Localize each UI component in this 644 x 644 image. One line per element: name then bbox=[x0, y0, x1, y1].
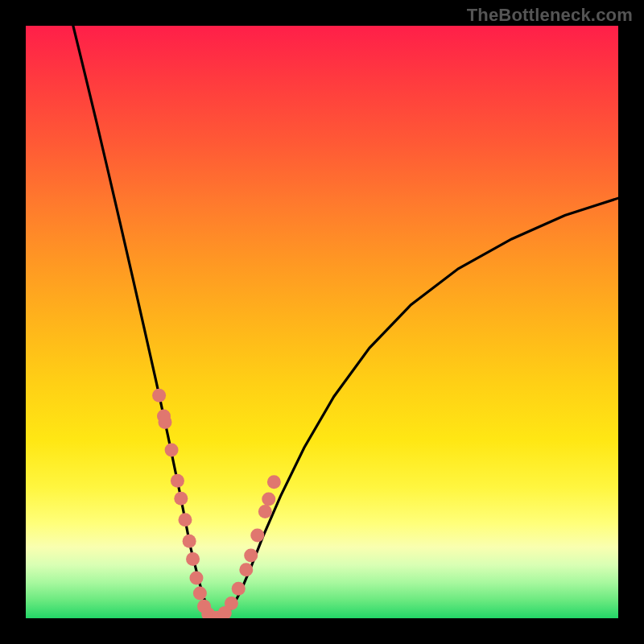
watermark-text: TheBottleneck.com bbox=[467, 5, 633, 26]
marker-dot bbox=[239, 563, 253, 576]
marker-dot bbox=[158, 415, 171, 429]
chart-frame: TheBottleneck.com bbox=[0, 0, 644, 644]
marker-dots bbox=[152, 389, 281, 618]
marker-dot bbox=[225, 597, 238, 610]
marker-dot bbox=[267, 475, 281, 489]
plot-area bbox=[26, 26, 618, 618]
marker-dot bbox=[189, 571, 203, 584]
marker-dot bbox=[165, 443, 179, 456]
marker-dot bbox=[250, 528, 264, 542]
marker-dot bbox=[193, 587, 207, 601]
marker-dot bbox=[244, 548, 258, 562]
marker-dot bbox=[171, 474, 184, 488]
curve-layer bbox=[26, 26, 618, 618]
marker-dot bbox=[258, 505, 272, 518]
marker-dot bbox=[174, 492, 188, 506]
marker-dot bbox=[262, 493, 275, 506]
marker-dot bbox=[232, 582, 246, 596]
marker-dot bbox=[152, 389, 166, 402]
marker-dot bbox=[183, 535, 196, 548]
marker-dot bbox=[178, 513, 192, 526]
bottleneck-curve bbox=[73, 26, 618, 618]
marker-dot bbox=[186, 552, 200, 566]
